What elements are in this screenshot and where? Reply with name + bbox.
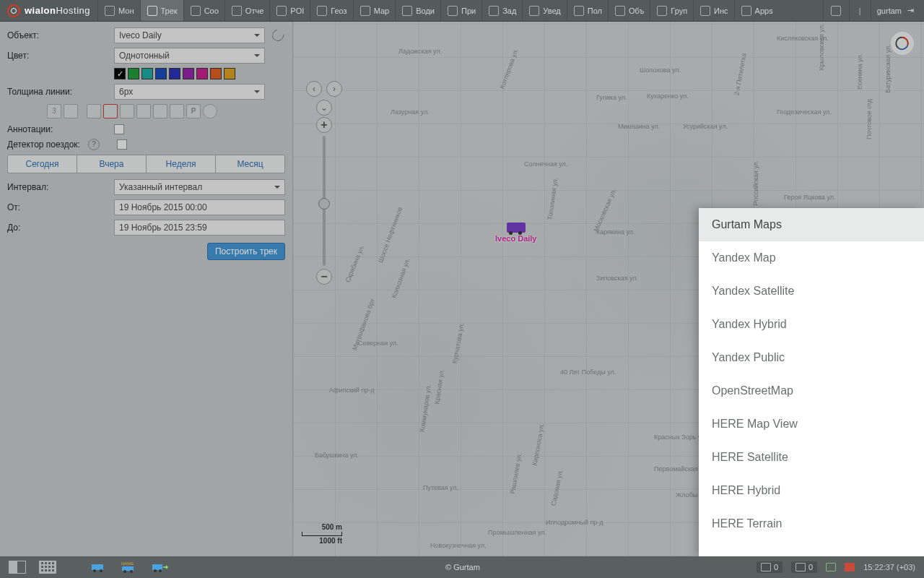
book-icon[interactable] xyxy=(826,563,836,571)
vehicle-arrow-icon[interactable] xyxy=(152,561,169,574)
street-label: 40 Лет Победы ул. xyxy=(560,368,616,376)
range-button[interactable]: Сегодня xyxy=(8,155,77,173)
layer-option[interactable]: HERE Satellite xyxy=(699,441,924,474)
map-pan-down-button[interactable]: ⌄ xyxy=(316,100,332,116)
vehicle-blue-icon[interactable] xyxy=(91,561,108,574)
street-label: Садовая ул. xyxy=(549,469,564,506)
tool-flag-icon[interactable] xyxy=(136,104,151,118)
top-bar: wialonHosting МонТрекСооОтчеPOIГеозМарВо… xyxy=(0,0,924,22)
tool-image-icon[interactable] xyxy=(153,104,167,118)
color-swatch[interactable] xyxy=(183,68,194,79)
layer-option[interactable]: OpenStreetMap xyxy=(699,374,924,407)
tool-speed-icon[interactable] xyxy=(103,104,118,118)
layout-grid-icon[interactable] xyxy=(39,561,56,574)
nav-tab-1[interactable]: Трек xyxy=(140,0,183,21)
vehicle-name-icon[interactable]: NAME xyxy=(121,561,139,574)
street-label: Шоссе Нефтяников xyxy=(377,206,404,264)
layer-option[interactable]: Yandex Hybrid xyxy=(699,308,924,341)
nav-tab-5[interactable]: Геоз xyxy=(310,0,352,21)
trips-label: Детектор поездок: xyxy=(7,139,88,150)
tool-fuel-icon[interactable] xyxy=(87,104,101,118)
map-canvas[interactable]: Кирпоноса ул.Рашпилев ул.Митрофанова брт… xyxy=(293,22,924,556)
street-label: Колхозная ул. xyxy=(390,257,411,299)
search-tab[interactable] xyxy=(823,0,849,21)
nav-tab-13[interactable]: Груп xyxy=(650,0,693,21)
range-button[interactable]: Месяц xyxy=(215,155,284,173)
map-zoom-thumb[interactable] xyxy=(318,198,330,210)
tool-copy-icon[interactable] xyxy=(64,104,78,118)
nav-icon xyxy=(276,5,287,17)
thickness-select[interactable]: 6px xyxy=(114,84,265,100)
events-count[interactable]: 0 xyxy=(757,561,783,573)
map-brand-icon[interactable] xyxy=(891,32,914,55)
nav-tab-6[interactable]: Мар xyxy=(353,0,396,21)
range-button[interactable]: Неделя xyxy=(146,155,215,173)
logo[interactable]: wialonHosting xyxy=(0,0,97,21)
svg-point-2 xyxy=(100,569,103,572)
layer-option[interactable]: Yandex Satellite xyxy=(699,275,924,308)
map-zoom-in-button[interactable]: + xyxy=(316,117,332,133)
tool-stop-icon[interactable] xyxy=(203,104,217,118)
object-label: Объект: xyxy=(7,30,114,40)
layer-option[interactable]: HERE Hybrid xyxy=(699,474,924,507)
tool-numbers-icon[interactable]: 3 xyxy=(47,104,61,118)
color-select[interactable]: Однотонный xyxy=(114,48,265,64)
flag-icon[interactable] xyxy=(845,563,855,571)
nav-tab-4[interactable]: POI xyxy=(269,0,310,21)
svg-point-9 xyxy=(159,569,162,572)
build-track-button[interactable]: Построить трек xyxy=(207,243,285,260)
annotations-checkbox[interactable] xyxy=(114,124,124,134)
tool-video-icon[interactable] xyxy=(170,104,184,118)
color-swatch[interactable] xyxy=(114,68,126,79)
color-swatch[interactable] xyxy=(196,68,208,79)
trips-checkbox[interactable] xyxy=(117,139,127,150)
layer-option[interactable]: HERE Map View xyxy=(699,407,924,441)
nav-icon xyxy=(447,5,458,17)
map-pan-right-button[interactable]: › xyxy=(326,81,342,97)
tool-parking-icon[interactable]: P xyxy=(186,104,201,118)
nav-tab-0[interactable]: Мон xyxy=(97,0,139,21)
map-zoom-out-button[interactable]: − xyxy=(316,269,332,285)
color-swatch[interactable] xyxy=(224,68,235,79)
settings-icon[interactable] xyxy=(271,28,285,43)
color-swatch[interactable] xyxy=(169,68,180,79)
range-button[interactable]: Вчера xyxy=(77,155,146,173)
nav-tab-14[interactable]: Инс xyxy=(693,0,733,21)
layer-option[interactable]: Gurtam Maps xyxy=(699,208,924,241)
vehicle-marker[interactable]: Iveco Daily xyxy=(495,223,536,243)
messages-count[interactable]: 0 xyxy=(791,561,817,573)
nav-tab-10[interactable]: Увед xyxy=(522,0,566,21)
nav-tab-3[interactable]: Отче xyxy=(225,0,269,21)
nav-tab-15[interactable]: Apps xyxy=(734,0,779,21)
nav-tab-8[interactable]: При xyxy=(440,0,481,21)
street-label: Ипподромный пр-д xyxy=(546,519,603,526)
user-menu[interactable]: gurtam ⇥ xyxy=(871,0,924,21)
layout-split-icon[interactable] xyxy=(9,561,26,574)
nav-tab-2[interactable]: Соо xyxy=(183,0,225,21)
nav-icon xyxy=(190,5,201,17)
layer-option[interactable]: HERE Terrain xyxy=(699,507,924,540)
street-label: Кухаренко ул. xyxy=(647,92,689,100)
map-zoom-slider[interactable] xyxy=(323,136,326,266)
object-select[interactable]: Iveco Daily xyxy=(114,27,265,43)
nav-tab-9[interactable]: Зад xyxy=(481,0,522,21)
nav-tab-12[interactable]: Объ xyxy=(608,0,650,21)
layer-option[interactable]: Yandex Map xyxy=(699,241,924,275)
street-label: Гулика ул. xyxy=(596,94,627,101)
interval-select[interactable]: Указанный интервал xyxy=(114,179,285,195)
color-swatch[interactable] xyxy=(155,68,167,79)
color-swatch[interactable] xyxy=(128,68,139,79)
nav-icon xyxy=(614,5,626,17)
color-swatch[interactable] xyxy=(141,68,153,79)
nav-tab-11[interactable]: Пол xyxy=(567,0,608,21)
separator-tab[interactable]: | xyxy=(849,0,871,21)
layer-option[interactable]: Yandex Public xyxy=(699,341,924,374)
tool-fuel2-icon[interactable] xyxy=(120,104,134,118)
to-input[interactable]: 19 Ноябрь 2015 23:59 xyxy=(114,220,285,236)
nav-tab-7[interactable]: Води xyxy=(395,0,440,21)
help-icon[interactable]: ? xyxy=(88,139,100,150)
color-swatch[interactable] xyxy=(210,68,222,79)
from-input[interactable]: 19 Ноябрь 2015 00:00 xyxy=(114,199,285,215)
map-pan-left-button[interactable]: ‹ xyxy=(306,81,322,97)
user-name: gurtam xyxy=(877,7,902,15)
